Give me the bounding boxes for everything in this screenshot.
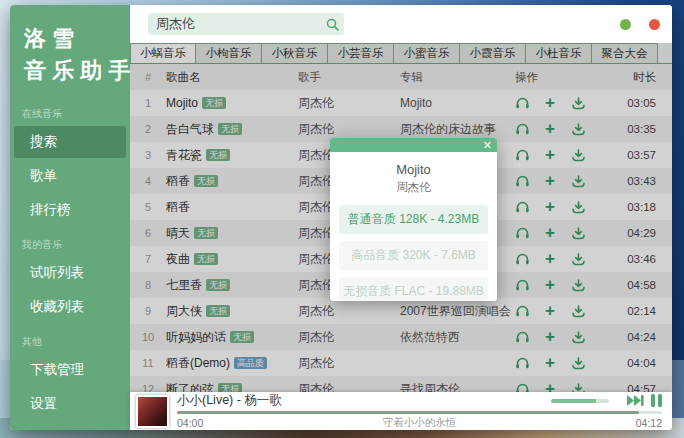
player-main: 小小(Live) - 杨一歌 04:00 守着小小的永恒 04:12 — [177, 392, 672, 430]
volume-slider[interactable] — [551, 399, 609, 403]
content-area: 小蜗音乐小枸音乐小秋音乐小芸音乐小蜜音乐小霞音乐小杜音乐聚合大会 # 歌曲名 歌… — [130, 43, 672, 392]
download-quality-modal: ✕ Mojito 周杰伦 普通音质 128K - 4.23MB高品音质 320K… — [330, 138, 497, 301]
search-box[interactable] — [148, 13, 344, 35]
quality-option-button[interactable]: 无损音质 FLAC - 19.88MB — [339, 277, 488, 301]
total-time: 04:12 — [636, 417, 662, 429]
sidebar-section-label: 在线音乐 — [10, 97, 130, 124]
sidebar-item-歌单[interactable]: 歌单 — [14, 160, 126, 192]
quality-options: 普通音质 128K - 4.23MB高品音质 320K - 7.6MB无损音质 … — [330, 205, 497, 301]
sidebar-item-设置[interactable]: 设置 — [14, 388, 126, 420]
sidebar-item-搜索[interactable]: 搜索 — [14, 126, 126, 158]
progress-fill — [177, 411, 639, 414]
app-window: 洛雪 音乐助手 在线音乐搜索歌单排行榜我的音乐试听列表收藏列表其他下载管理设置 … — [10, 5, 672, 430]
sidebar-section-label: 其他 — [10, 325, 130, 352]
sidebar-item-试听列表[interactable]: 试听列表 — [14, 257, 126, 289]
next-track-icon[interactable] — [627, 394, 644, 407]
search-input[interactable] — [148, 17, 320, 32]
minimize-button[interactable] — [620, 19, 631, 30]
close-icon[interactable]: ✕ — [483, 138, 492, 152]
search-icon[interactable] — [320, 18, 344, 31]
pause-icon[interactable] — [648, 394, 662, 407]
sidebar-item-收藏列表[interactable]: 收藏列表 — [14, 291, 126, 323]
current-time: 04:00 — [177, 417, 203, 429]
sidebar: 洛雪 音乐助手 在线音乐搜索歌单排行榜我的音乐试听列表收藏列表其他下载管理设置 — [10, 5, 130, 430]
window-controls — [620, 5, 660, 43]
sidebar-item-下载管理[interactable]: 下载管理 — [14, 354, 126, 386]
lyric-text: 守着小小的永恒 — [203, 416, 635, 430]
album-art[interactable] — [136, 395, 169, 428]
quality-option-button[interactable]: 普通音质 128K - 4.23MB — [339, 205, 488, 234]
sidebar-nav: 在线音乐搜索歌单排行榜我的音乐试听列表收藏列表其他下载管理设置 — [10, 97, 130, 422]
sidebar-item-排行榜[interactable]: 排行榜 — [14, 194, 126, 226]
player-song-title: 小小(Live) - 杨一歌 — [177, 392, 551, 409]
modal-song-title: Mojito — [330, 162, 497, 177]
app-title-line1: 洛雪 — [24, 23, 118, 55]
modal-header: ✕ — [330, 138, 497, 152]
sidebar-section-label: 我的音乐 — [10, 228, 130, 255]
main-area: 小蜗音乐小枸音乐小秋音乐小芸音乐小蜜音乐小霞音乐小杜音乐聚合大会 # 歌曲名 歌… — [130, 5, 672, 430]
topbar — [130, 5, 672, 43]
progress-bar[interactable] — [177, 411, 662, 414]
app-title-line2: 音乐助手 — [24, 55, 118, 87]
quality-option-button[interactable]: 高品音质 320K - 7.6MB — [339, 241, 488, 270]
player-bar: 小小(Live) - 杨一歌 04:00 守着小小的永恒 04:12 — [130, 392, 672, 430]
app-title: 洛雪 音乐助手 — [10, 5, 130, 97]
close-button[interactable] — [649, 19, 660, 30]
modal-artist: 周杰伦 — [330, 180, 497, 195]
